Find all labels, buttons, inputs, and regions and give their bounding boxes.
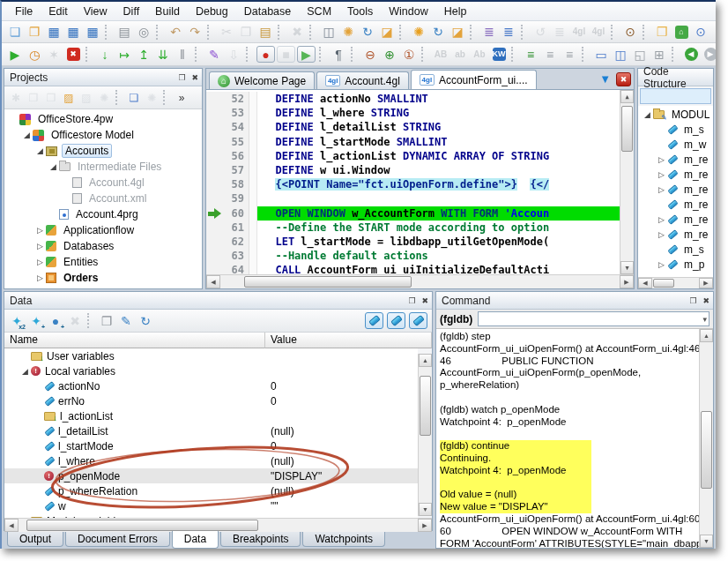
variable-view-toggle-3-button[interactable] [409, 312, 427, 329]
run-scheduled-button[interactable]: ◷ [25, 45, 44, 64]
collapse-arrow-icon[interactable]: ◢ [21, 131, 33, 139]
run-to-cursor-button[interactable]: ⇊ [153, 45, 173, 64]
uppercase-button[interactable]: AB [431, 45, 450, 64]
menu-database[interactable]: Database [236, 4, 300, 19]
project-item-officestore-model[interactable]: ◢Officestore Model [4, 127, 202, 143]
expand-arrow-icon[interactable]: ▷ [656, 260, 667, 269]
close-document-button[interactable]: ✖ [616, 72, 631, 86]
variable-row-p-openmode[interactable]: p_openMode"DISPLAY" [4, 468, 418, 483]
add-variable-button[interactable]: ✦+ [26, 311, 46, 330]
float-panel-button[interactable]: ❐ [408, 296, 415, 305]
project-item-intermediate-files[interactable]: ◢Intermediate Files [4, 159, 202, 175]
cut-button[interactable]: ✂ [217, 23, 236, 41]
save-as-button[interactable]: ▦ [63, 23, 83, 41]
close-panel-button[interactable]: ✖ [191, 73, 198, 82]
scroll-track[interactable] [220, 275, 620, 288]
bookmarks-button[interactable]: ❒ [652, 23, 672, 41]
code-line-52[interactable]: 52 DEFINE actionNo SMALLINT [206, 92, 620, 106]
tab-output[interactable]: Output [7, 531, 63, 547]
expand-arrow-icon[interactable]: ▷ [34, 273, 46, 282]
scroll-thumb[interactable] [244, 276, 412, 288]
play-macro-button[interactable]: ▶ [297, 46, 316, 63]
expand-arrow-icon[interactable]: ▷ [656, 230, 667, 239]
db-deploy-button[interactable]: ≣ [499, 23, 518, 41]
new-virtual-folder-button[interactable]: ❐ [42, 89, 60, 106]
copy-value-button[interactable]: ❐ [97, 311, 116, 330]
lowercase-button[interactable]: ab [450, 45, 470, 64]
structure-item-m-re-2[interactable]: ▷m_re [638, 152, 713, 167]
structure-item-m-s-0[interactable]: m_s [638, 122, 713, 137]
keywords-case-button[interactable]: KW [489, 45, 509, 64]
zoom-reset-button[interactable]: ① [399, 45, 419, 64]
code-line-55[interactable]: 55 DEFINE l_startMode SMALLINT [206, 135, 620, 149]
collapse-arrow-icon[interactable]: ◢ [48, 162, 59, 171]
scroll-left-arrow-icon[interactable]: ◀ [4, 519, 19, 532]
tab-accountform-ui[interactable]: 4glAccountForm_ui.... [411, 70, 537, 89]
expand-arrow-icon[interactable]: ▷ [656, 155, 667, 164]
scroll-down-arrow-icon[interactable]: ▼ [700, 535, 713, 548]
project-properties-button[interactable]: ✺ [95, 89, 113, 106]
menu-edit[interactable]: Edit [41, 4, 76, 19]
menu-file[interactable]: File [7, 4, 41, 19]
expand-arrow-icon[interactable]: ▷ [656, 215, 667, 224]
variable-row-user-variables[interactable]: User variables [4, 348, 418, 363]
code-line-53[interactable]: 53 DEFINE l_where STRING [206, 106, 620, 120]
editor-vertical-scrollbar[interactable]: ▲ ▼ [620, 90, 634, 274]
structure-horizontal-scrollbar[interactable]: ◀ ▶ [638, 277, 713, 288]
project-item-account-xml[interactable]: Account.xml [4, 191, 202, 206]
stop-button[interactable]: ✖ [63, 45, 83, 64]
db-import-button[interactable]: ≣ [479, 23, 499, 41]
tile-windows-button[interactable]: ⊞ [650, 45, 669, 64]
step-out-button[interactable]: ↥ [134, 45, 153, 64]
help-search-button[interactable]: ⊙ [691, 23, 710, 41]
save-all-button[interactable]: ▦ [83, 23, 102, 41]
project-item-databases[interactable]: ▷Databases [4, 238, 202, 254]
print-preview-button[interactable]: ◎ [134, 23, 153, 41]
step-into-button[interactable]: ↓ [95, 45, 115, 64]
scroll-track[interactable] [620, 103, 634, 261]
structure-item-m-re-4[interactable]: ▷m_re [638, 182, 713, 197]
close-panel-button[interactable]: ✖ [421, 296, 428, 305]
open-file-button[interactable]: ❐ [25, 23, 44, 41]
variable-row-module-variables[interactable]: ◢Module variables [4, 513, 418, 518]
variable-view-toggle-1-button[interactable] [365, 312, 383, 329]
scroll-thumb[interactable] [420, 376, 431, 436]
variable-row-local-variables[interactable]: ◢Local variables [4, 363, 418, 378]
variable-row-l-startmode[interactable]: l_startMode0 [4, 438, 418, 453]
code-line-57[interactable]: 57 DEFINE w ui.Window [206, 163, 620, 177]
toolbar-overflow-button[interactable]: » [173, 89, 190, 106]
collapse-arrow-icon[interactable]: ◢ [19, 517, 31, 519]
scroll-left-arrow-icon[interactable]: ◀ [206, 275, 220, 288]
scroll-right-arrow-icon[interactable]: ▶ [699, 278, 713, 288]
close-panel-button[interactable]: ✖ [702, 296, 709, 305]
structure-filter-input[interactable] [640, 88, 711, 104]
scroll-up-arrow-icon[interactable]: ▲ [700, 329, 713, 342]
structure-item-m-p-9[interactable]: ▷m_p [638, 257, 713, 272]
scroll-down-arrow-icon[interactable]: ▼ [620, 261, 634, 274]
variable-row-actionno[interactable]: actionNo0 [4, 378, 418, 393]
toggle-breakpoint-button[interactable]: ✎ [204, 45, 224, 64]
code-line-64[interactable]: 64 CALL AccountForm_ui_uiInitializeDefau… [206, 263, 620, 274]
project-item-account-4gl[interactable]: Account.4gl [4, 175, 202, 191]
command-vertical-scrollbar[interactable]: ▲ ▼ [699, 329, 713, 548]
link-4gl-button[interactable]: 4gl [589, 23, 608, 41]
column-header-name[interactable]: Name [4, 333, 265, 348]
data-vertical-scrollbar[interactable]: ▲ ▼ [418, 354, 432, 516]
code-line-62[interactable]: 62 LET l_startMode = libdbapp_utilGetOpe… [206, 235, 620, 249]
variable-row-l-where[interactable]: l_where(null) [4, 453, 418, 468]
build-gear-button[interactable]: ✺ [409, 23, 428, 41]
welcome-home-button[interactable]: ⌂ [672, 23, 691, 41]
indent-lines-button[interactable]: ≡ [521, 45, 540, 64]
project-item-account-4prg[interactable]: Account.4prg [4, 206, 202, 222]
structure-item-m-re-7[interactable]: ▷m_re [638, 227, 713, 242]
compile-4gl-button[interactable]: 4gl [569, 23, 589, 41]
expand-arrow-icon[interactable]: ▷ [656, 185, 667, 194]
menu-help[interactable]: Help [436, 4, 475, 19]
step-over-button[interactable]: ↦ [115, 45, 134, 64]
structure-item-module[interactable]: ◢MODUL [638, 107, 713, 122]
project-item-entities[interactable]: ▷Entities [4, 254, 202, 270]
collapse-arrow-icon[interactable]: ◢ [34, 146, 46, 155]
open-project-folder-button[interactable]: ▨ [60, 89, 78, 106]
align-lines-button[interactable]: ≡ [540, 45, 560, 64]
structure-item-m-re-6[interactable]: ▷m_re [638, 212, 713, 227]
